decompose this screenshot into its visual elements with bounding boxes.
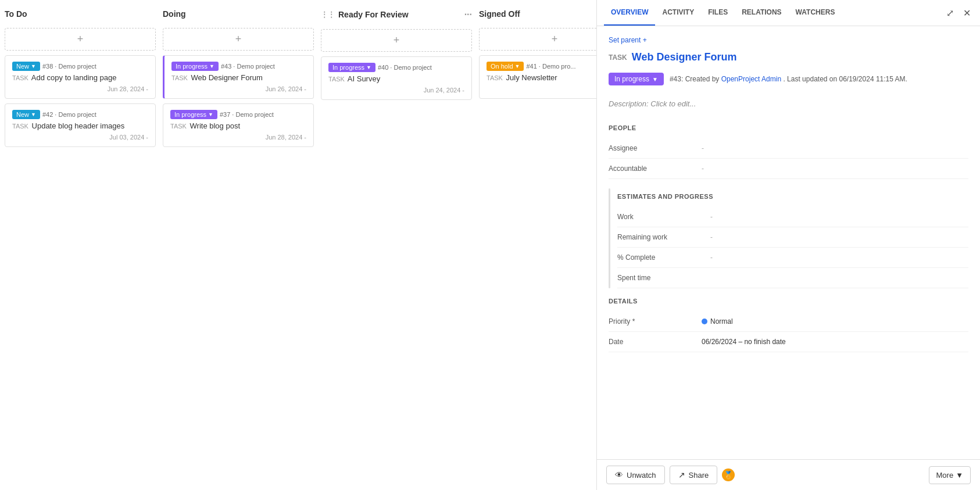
remaining-work-value[interactable]: - <box>710 233 713 241</box>
task-heading: TASK Web Designer Forum <box>609 51 968 63</box>
tab-watchers[interactable]: WATCHERS <box>789 0 842 26</box>
share-label: Share <box>689 471 709 480</box>
people-section-title: PEOPLE <box>609 124 968 131</box>
column-title: To Do <box>5 9 27 19</box>
assignee-row: Assignee - <box>609 138 968 159</box>
card-date: Jun 24, 2024 - <box>328 87 464 94</box>
card-number: #37 · Demo project <box>220 111 274 118</box>
card-meta: In progress ▼#40 · Demo project <box>328 63 464 72</box>
more-button[interactable]: More ▼ <box>929 466 971 484</box>
estimates-content: ESTIMATES AND PROGRESS Work - Remaining … <box>617 188 968 288</box>
column-more-icon[interactable]: ··· <box>464 9 472 20</box>
add-card-button-ready[interactable]: + <box>321 29 472 52</box>
card-type-label: TASK <box>487 74 503 81</box>
award-icon: 🏅 <box>722 468 735 481</box>
card-title: TASK AI Survey <box>328 74 464 83</box>
card-title: TASK Web Designer Forum <box>171 73 306 82</box>
more-label: More <box>936 471 954 480</box>
date-row: Date 06/26/2024 – no finish date <box>609 332 968 352</box>
bottom-bar: 👁 Unwatch ↗ Share 🏅 More ▼ <box>597 459 980 490</box>
complete-label: % Complete <box>617 253 710 262</box>
unwatch-label: Unwatch <box>627 471 656 480</box>
card-badge: New ▼ <box>12 110 40 119</box>
complete-row: % Complete - <box>617 248 968 268</box>
spent-time-row: Spent time <box>617 268 968 288</box>
task-type-label: TASK <box>609 53 627 62</box>
column-header-signed: Signed Off <box>479 7 596 23</box>
card-date: Jun 28, 2024 - <box>12 85 148 92</box>
priority-value[interactable]: Normal <box>702 317 733 326</box>
status-badge[interactable]: In progress ▼ <box>609 73 664 85</box>
date-label: Date <box>609 338 702 346</box>
card-badge: In progress ▼ <box>328 63 375 72</box>
estimates-divider <box>609 188 610 288</box>
card-c4[interactable]: In progress ▼#37 · Demo projectTASK Writ… <box>163 103 314 147</box>
add-card-button-doing[interactable]: + <box>163 28 314 51</box>
spent-time-label: Spent time <box>617 274 710 282</box>
column-header-ready: ⋮⋮Ready For Review··· <box>321 7 472 24</box>
panel-tabs: OVERVIEW ACTIVITY FILES RELATIONS WATCHE… <box>597 0 980 26</box>
status-row: In progress ▼ #43: Created by OpenProjec… <box>609 73 968 85</box>
card-c1[interactable]: New ▼#38 · Demo projectTASK Add copy to … <box>5 55 156 99</box>
close-icon[interactable]: ✕ <box>961 5 973 21</box>
column-title: Signed Off <box>479 9 520 19</box>
set-parent-link[interactable]: Set parent + <box>609 36 647 44</box>
add-card-button-todo[interactable]: + <box>5 28 156 51</box>
work-row: Work - <box>617 207 968 227</box>
accountable-row: Accountable - <box>609 159 968 179</box>
status-number: #43: <box>670 75 683 83</box>
tab-relations[interactable]: RELATIONS <box>735 0 788 26</box>
priority-text: Normal <box>710 317 733 326</box>
card-date: Jun 28, 2024 - <box>170 134 306 141</box>
card-number: #43 · Demo project <box>221 63 275 70</box>
accountable-label: Accountable <box>609 164 702 173</box>
tab-activity[interactable]: ACTIVITY <box>655 0 701 26</box>
detail-panel: OVERVIEW ACTIVITY FILES RELATIONS WATCHE… <box>596 0 980 490</box>
eye-icon: 👁 <box>615 470 623 480</box>
unwatch-button[interactable]: 👁 Unwatch <box>606 466 665 484</box>
card-meta: In progress ▼#37 · Demo project <box>170 110 306 119</box>
card-type-label: TASK <box>12 74 28 81</box>
tab-files[interactable]: FILES <box>701 0 735 26</box>
share-button[interactable]: ↗ Share <box>670 466 718 484</box>
description-field[interactable]: Description: Click to edit... <box>609 95 968 113</box>
status-label: In progress <box>614 75 649 83</box>
card-type-label: TASK <box>170 123 187 130</box>
complete-value[interactable]: - <box>710 253 713 262</box>
details-section-title: DETAILS <box>609 298 968 305</box>
card-title: TASK July Newsletter <box>487 73 596 82</box>
status-updated-text: . Last updated on 06/19/2024 11:15 AM. <box>783 75 907 83</box>
board-area: To Do+New ▼#38 · Demo projectTASK Add co… <box>0 0 596 490</box>
card-type-label: TASK <box>171 74 188 81</box>
column-doing: Doing+In progress ▼#43 · Demo projectTAS… <box>163 7 314 483</box>
card-number: #41 · Demo pro... <box>526 63 575 70</box>
card-date: Ju... <box>487 85 596 92</box>
card-c5[interactable]: In progress ▼#40 · Demo projectTASK AI S… <box>321 56 472 100</box>
accountable-value[interactable]: - <box>702 164 704 173</box>
column-header-todo: To Do <box>5 7 156 23</box>
remaining-work-row: Remaining work - <box>617 227 968 248</box>
card-badge: On hold ▼ <box>487 62 524 71</box>
card-number: #40 · Demo project <box>378 64 432 71</box>
card-c3[interactable]: In progress ▼#43 · Demo projectTASK Web … <box>163 55 314 99</box>
expand-icon[interactable]: ⤢ <box>944 5 956 21</box>
priority-dot-icon <box>702 319 707 324</box>
work-label: Work <box>617 213 710 221</box>
status-author-link[interactable]: OpenProject Admin <box>721 75 781 83</box>
date-value[interactable]: 06/26/2024 – no finish date <box>702 338 786 346</box>
card-title: TASK Update blog header images <box>12 121 148 130</box>
panel-tab-more-area: ⤢ ✕ <box>944 5 973 21</box>
status-dropdown-arrow: ▼ <box>652 76 658 83</box>
card-date: Jul 03, 2024 - <box>12 134 148 141</box>
card-c2[interactable]: New ▼#42 · Demo projectTASK Update blog … <box>5 103 156 147</box>
card-title: TASK Add copy to landing page <box>12 73 148 82</box>
add-card-button-signed[interactable]: + <box>479 28 596 51</box>
assignee-value[interactable]: - <box>702 144 704 152</box>
card-meta: New ▼#38 · Demo project <box>12 62 148 71</box>
grip-icon: ⋮⋮ <box>321 10 335 19</box>
task-title: Web Designer Forum <box>632 51 737 63</box>
status-created-label: Created by <box>685 75 720 83</box>
tab-overview[interactable]: OVERVIEW <box>604 0 655 26</box>
work-value[interactable]: - <box>710 213 713 221</box>
card-c6[interactable]: On hold ▼#41 · Demo pro...TASK July News… <box>479 55 596 99</box>
